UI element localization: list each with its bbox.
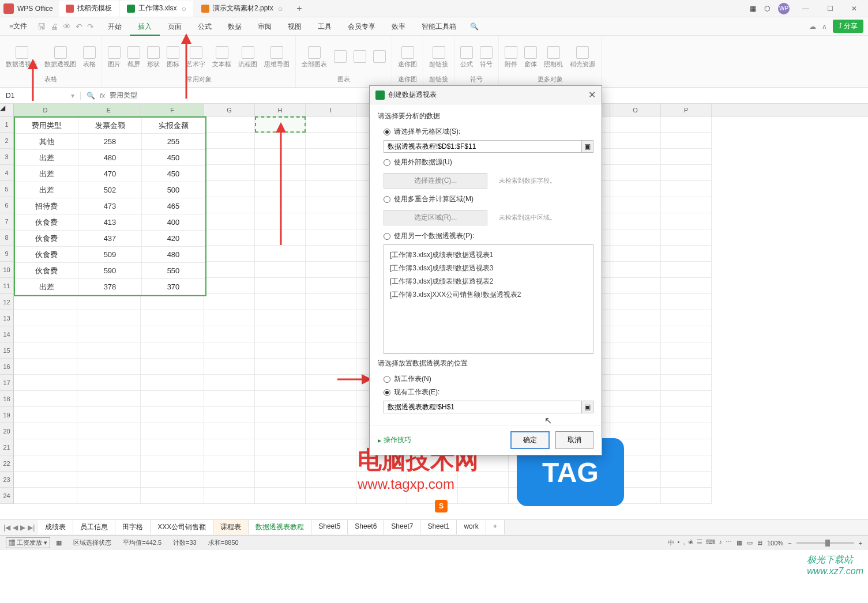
cell[interactable] [661, 342, 712, 359]
cell[interactable] [306, 213, 356, 229]
list-item[interactable]: [工作簿3.xlsx]XXX公司销售额!数据透视表2 [388, 288, 589, 302]
cell[interactable] [77, 375, 141, 391]
cell[interactable]: 出差 [15, 279, 78, 295]
cell[interactable] [14, 423, 77, 439]
file-menu[interactable]: ≡ 文件 [5, 21, 32, 31]
column-header[interactable]: D [14, 104, 77, 116]
menu-数据[interactable]: 数据 [220, 17, 250, 36]
cell[interactable] [77, 455, 141, 472]
column-header[interactable]: F [141, 104, 204, 116]
cell[interactable] [141, 407, 204, 423]
ribbon-button[interactable] [334, 50, 347, 64]
cell[interactable] [610, 116, 661, 133]
cell[interactable] [306, 246, 356, 262]
row-header[interactable]: 2 [0, 133, 13, 149]
cell[interactable]: 413 [78, 214, 142, 231]
cell[interactable] [204, 391, 255, 407]
cube-icon[interactable]: ⬡ [764, 5, 770, 13]
cell[interactable] [610, 407, 661, 423]
cell[interactable] [204, 197, 255, 213]
list-item[interactable]: [工作簿3.xlsx]成绩表!数据透视表3 [388, 262, 589, 275]
cell[interactable] [306, 359, 356, 375]
cell[interactable] [306, 391, 356, 407]
redo-icon[interactable]: ↷ [87, 22, 94, 31]
cell[interactable] [204, 165, 255, 181]
sheet-tab[interactable]: 员工信息 [73, 520, 115, 534]
cell[interactable] [306, 294, 356, 310]
zoom-out-icon[interactable]: − [788, 540, 791, 547]
cell[interactable] [77, 488, 141, 504]
row-header[interactable]: 15 [0, 342, 13, 359]
cell[interactable] [141, 488, 204, 504]
menu-审阅[interactable]: 审阅 [250, 17, 280, 36]
cell[interactable] [306, 407, 356, 423]
menu-开始[interactable]: 开始 [100, 17, 130, 36]
menu-插入[interactable]: 插入 [130, 17, 160, 36]
range-input[interactable] [384, 140, 582, 153]
cell[interactable] [610, 197, 661, 213]
cell[interactable] [204, 407, 255, 423]
cell[interactable] [610, 213, 661, 229]
zoom-in-icon[interactable]: + [859, 540, 862, 547]
cell[interactable] [141, 294, 204, 310]
cell[interactable] [141, 439, 204, 455]
cancel-button[interactable]: 取消 [555, 431, 593, 449]
ime-icon[interactable]: ⌨ [706, 538, 715, 547]
ribbon-button[interactable]: 流程图 [238, 46, 257, 69]
list-item[interactable]: [工作簿3.xlsx]成绩表!数据透视表1 [388, 248, 589, 262]
ribbon-button[interactable]: 稻壳资源 [570, 46, 595, 69]
ribbon-button[interactable]: 形状 [147, 46, 160, 69]
zoom-slider[interactable] [796, 542, 854, 544]
cell[interactable]: 伙食费 [15, 247, 78, 263]
ime-icon[interactable]: 中 [668, 538, 674, 547]
cell[interactable]: 550 [142, 263, 205, 279]
fx-icon[interactable]: fx [100, 92, 105, 100]
radio-range[interactable]: 请选择单元格区域(S): [384, 127, 593, 137]
ribbon-button[interactable]: 迷你图 [398, 46, 417, 69]
tab-close-icon[interactable]: ○ [181, 4, 186, 13]
ribbon-button[interactable]: 表格 [83, 46, 96, 69]
cell[interactable] [610, 278, 661, 294]
cell[interactable]: 伙食费 [15, 231, 78, 247]
save-icon[interactable]: 🖫 [37, 22, 46, 31]
sheet-tab[interactable]: 数据透视表教程 [249, 520, 311, 534]
tab-add-button[interactable]: + [291, 3, 307, 14]
cell[interactable] [255, 439, 306, 455]
cell[interactable]: 招待费 [15, 198, 78, 214]
cell[interactable]: 255 [142, 134, 205, 150]
chevron-down-icon[interactable]: ▾ [71, 92, 74, 100]
cell[interactable] [306, 229, 356, 246]
row-header[interactable]: 13 [0, 310, 13, 326]
cell[interactable] [255, 488, 306, 504]
ribbon-button[interactable] [354, 50, 366, 64]
row-header[interactable]: 8 [0, 229, 13, 246]
sheet-nav-button[interactable]: ▶| [28, 523, 35, 532]
sheet-tab[interactable]: Sheet7 [384, 520, 420, 534]
radio-multi[interactable]: 使用多重合并计算区域(M) [384, 194, 593, 204]
ime-icon[interactable]: • [678, 538, 680, 547]
minimize-button[interactable]: — [798, 1, 814, 17]
cell[interactable] [204, 423, 255, 439]
range-picker-icon[interactable]: ▣ [582, 401, 593, 413]
cell[interactable] [204, 213, 255, 229]
cell[interactable] [306, 310, 356, 326]
cell[interactable] [77, 439, 141, 455]
cell[interactable] [661, 181, 712, 197]
cell[interactable] [255, 423, 306, 439]
cell[interactable] [141, 423, 204, 439]
cell[interactable] [204, 488, 255, 504]
ribbon-button[interactable]: 数据透视图 [44, 46, 76, 69]
menu-工具[interactable]: 工具 [310, 17, 340, 36]
cell[interactable] [204, 149, 255, 165]
cell[interactable]: 400 [142, 214, 205, 231]
cell[interactable] [204, 229, 255, 246]
search-icon[interactable]: 🔍 [470, 22, 479, 31]
cell[interactable] [306, 342, 356, 359]
cell[interactable] [255, 246, 306, 262]
avatar[interactable]: WP [778, 3, 790, 14]
cell[interactable]: 450 [142, 166, 205, 182]
cell[interactable]: 502 [78, 182, 142, 198]
cell[interactable]: 发票金额 [78, 118, 142, 134]
cell[interactable] [14, 294, 77, 310]
cell[interactable] [306, 439, 356, 455]
